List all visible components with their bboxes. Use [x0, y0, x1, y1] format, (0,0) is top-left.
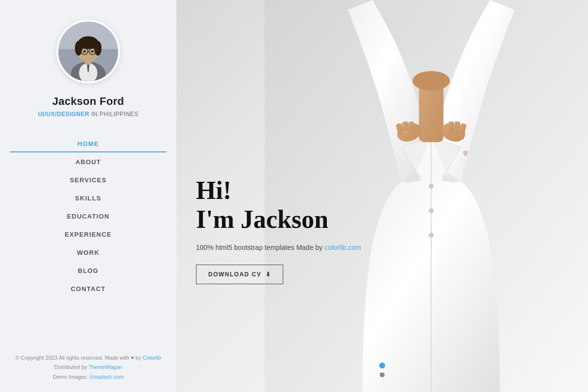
svg-point-15 — [83, 50, 86, 53]
demo-images-text: Demo Images: — [53, 374, 90, 380]
hero-name-line: I'm Jackson — [196, 204, 361, 235]
distributed-text: Distributed by — [54, 364, 89, 370]
svg-rect-30 — [448, 122, 454, 132]
nav-item-work[interactable]: WORK — [10, 244, 167, 261]
nav-item-contact[interactable]: CONTACT — [10, 280, 167, 297]
hero-greeting: Hi! — [196, 176, 361, 204]
profile-subtitle: UI/UX/DESIGNER IN PHILIPPINES — [38, 111, 138, 118]
nav-item-skills[interactable]: SKILLS — [10, 190, 167, 207]
nav-item-services[interactable]: SERVICES — [10, 172, 167, 189]
slide-indicators — [379, 363, 385, 377]
svg-point-21 — [429, 233, 434, 238]
svg-point-20 — [429, 208, 434, 213]
nav-item-experience[interactable]: EXPERIENCE — [10, 226, 167, 243]
slide-indicator-2[interactable] — [380, 372, 385, 377]
hero-desc-plain: 100% html5 bootstrap templates Made by — [196, 244, 324, 251]
hero-description: 100% html5 bootstrap templates Made by c… — [196, 242, 361, 253]
svg-point-32 — [413, 71, 450, 91]
copyright-text: © Copyright 2023 All rights reserved. Ma… — [15, 355, 143, 361]
sidebar: Jackson Ford UI/UX/DESIGNER IN PHILIPPIN… — [0, 0, 176, 392]
hero-text-block: Hi! I'm Jackson 100% html5 bootstrap tem… — [196, 176, 361, 284]
sidebar-footer: © Copyright 2023 All rights reserved. Ma… — [15, 343, 161, 382]
svg-point-16 — [91, 50, 94, 53]
download-cv-label: DOWNLOAD CV — [208, 271, 262, 278]
nav-item-home[interactable]: HOME — [10, 135, 167, 152]
download-cv-button[interactable]: DOWNLOAD CV ⬇ — [196, 265, 283, 284]
nav-item-blog[interactable]: BLOG — [10, 262, 167, 279]
profile-role: UI/UX/DESIGNER — [38, 111, 89, 118]
nav-item-education[interactable]: EDUCATION — [10, 208, 167, 225]
colorlib-link[interactable]: Colorlib — [143, 355, 161, 361]
sidebar-nav: HOME ABOUT SERVICES SKILLS EDUCATION EXP… — [10, 135, 167, 297]
themewagon-link[interactable]: ThemeWagon — [89, 364, 122, 370]
download-icon: ⬇ — [266, 271, 271, 278]
avatar — [56, 20, 120, 83]
hero-section: Hi! I'm Jackson 100% html5 bootstrap tem… — [176, 0, 588, 392]
svg-point-8 — [75, 41, 82, 55]
profile-name: Jackson Ford — [52, 95, 124, 108]
svg-point-19 — [429, 184, 434, 189]
slide-indicator-1[interactable] — [379, 363, 385, 368]
colorlib-hero-link[interactable]: colorlib.com — [324, 244, 361, 251]
svg-rect-26 — [409, 122, 414, 132]
profile-location: IN PHILIPPINES — [91, 111, 138, 118]
svg-rect-31 — [402, 131, 408, 133]
nav-item-about[interactable]: ABOUT — [10, 153, 167, 171]
unsplash-link[interactable]: Unsplash.com — [89, 374, 123, 380]
